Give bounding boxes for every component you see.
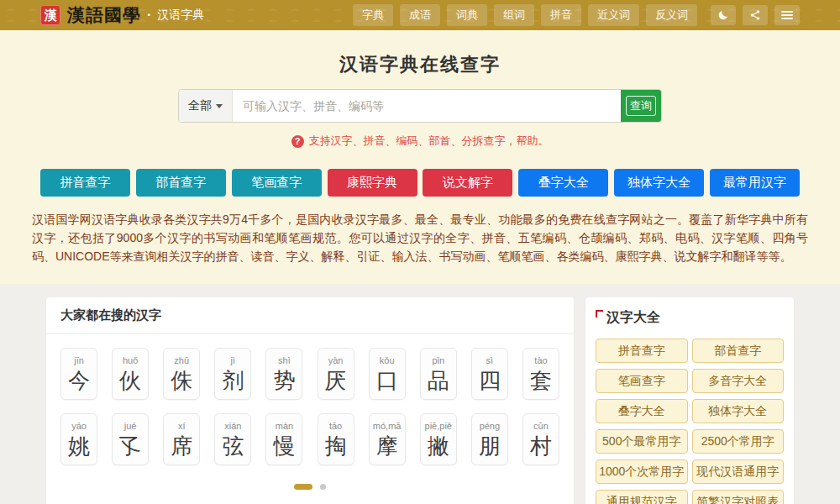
character-pinyin: jīn [74,356,84,365]
hot-character-card[interactable]: yàn 厌 [318,348,354,400]
sidebar-link-button[interactable]: 叠字大全 [596,399,688,423]
hero-section: 汉语字典在线查字 全部 查询 ? 支持汉字、拼音、编码、部首、分拆查字，帮助。 … [0,30,840,284]
sidebar-link-button[interactable]: 拼音查字 [596,339,688,363]
sidebar-link-button[interactable]: 500个最常用字 [596,429,688,454]
hot-character-card[interactable]: jì 剂 [214,348,251,400]
site-description: 汉语国学网汉语字典收录各类汉字共9万4千多个，是国内收录汉字最多、最全、最专业、… [32,211,808,265]
hot-character-card[interactable]: péng 朋 [471,413,508,465]
search-bar: 全部 查询 [178,89,662,123]
sidebar-card: 汉字大全 拼音查字 部首查字 笔画查字 多音字大全 叠字大全 独体字大全 500… [585,297,794,504]
character-pinyin: tào [534,356,547,365]
character-glyph: 伙 [119,370,141,392]
hot-character-card[interactable]: huǒ 伙 [112,348,149,400]
quick-link-button[interactable]: 最常用汉字 [710,169,800,197]
character-glyph: 孓 [119,435,141,458]
character-glyph: 口 [376,370,398,392]
character-glyph: 姚 [68,435,90,458]
logo-seal-icon[interactable]: 漢 [40,5,60,25]
character-pinyin: mó,mā [373,422,402,431]
nav-item[interactable]: 字典 [353,4,393,26]
character-glyph: 势 [273,370,295,392]
search-submit-button[interactable]: 查询 [621,90,661,122]
hot-character-card[interactable]: mó,mā 摩 [369,413,406,465]
hot-card-header: 大家都在搜的汉字 [46,297,574,334]
character-pinyin: xián [224,422,241,431]
quick-link-button[interactable]: 部首查字 [136,169,226,197]
character-glyph: 四 [479,370,501,392]
hot-character-card[interactable]: zhū 侏 [163,348,200,400]
hot-character-card[interactable]: piē,piě 撇 [420,413,457,465]
character-glyph: 剂 [222,370,244,392]
sidebar-link-button[interactable]: 现代汉语通用字 [692,459,785,484]
brand-separator: · [147,8,151,23]
sidebar-card-header: 汉字大全 [596,309,784,327]
character-pinyin: zhū [174,356,189,365]
hot-character-card[interactable]: tào 套 [522,348,559,400]
quick-link-button[interactable]: 康熙字典 [328,169,417,197]
pagination-dot[interactable] [320,484,326,490]
hot-character-card[interactable]: yáo 姚 [60,413,97,465]
character-glyph: 厌 [325,370,347,392]
hot-character-card[interactable]: xián 弦 [214,413,251,465]
quick-link-button[interactable]: 说文解字 [423,169,512,197]
nav-item[interactable]: 拼音 [541,4,581,26]
nav-item[interactable]: 近义词 [588,4,639,26]
character-pinyin: péng [480,422,500,431]
nav-item[interactable]: 组词 [494,4,534,26]
help-icon[interactable]: ? [291,135,304,148]
character-pinyin: tāo [329,422,342,431]
quick-link-button[interactable]: 独体字大全 [614,169,704,197]
hot-character-card[interactable]: jué 孓 [112,413,149,465]
character-pinyin: màn [276,422,293,431]
hot-character-card[interactable]: shì 势 [265,348,302,400]
sidebar-card-title: 汉字大全 [606,309,660,327]
search-input[interactable] [233,90,621,122]
hot-character-card[interactable]: pǐn 品 [420,348,457,400]
character-glyph: 撇 [428,435,449,458]
sidebar-link-button[interactable]: 2500个常用字 [692,429,785,454]
character-pinyin: jì [231,356,236,365]
sidebar-link-button[interactable]: 简繁汉字对照表 [692,490,785,504]
sidebar-link-button[interactable]: 通用规范汉字 [596,490,688,504]
dark-mode-toggle[interactable] [711,5,736,25]
brand-title[interactable]: 漢語國學 [67,3,141,27]
quick-link-button[interactable]: 笔画查字 [232,169,322,197]
quick-link-button[interactable]: 叠字大全 [518,169,608,197]
quick-links-row: 拼音查字 部首查字 笔画查字 康熙字典 说文解字 叠字大全 独体字大全 最常用汉… [40,169,800,197]
hot-character-card[interactable]: màn 慢 [265,413,302,465]
character-pinyin: huǒ [123,356,138,365]
brand-subtitle: 汉语字典 [157,8,204,23]
character-pinyin: xí [178,422,186,431]
hot-character-card[interactable]: kǒu 口 [369,348,406,400]
character-glyph: 今 [68,370,90,392]
sidebar-link-button[interactable]: 多音字大全 [692,369,785,393]
search-help-line: ? 支持汉字、拼音、编码、部首、分拆查字，帮助。 [0,134,840,149]
corner-bracket-icon [596,310,603,318]
share-button[interactable] [743,5,768,25]
character-glyph: 掏 [325,435,347,458]
sidebar-link-button[interactable]: 独体字大全 [692,399,785,423]
hot-character-card[interactable]: sì 四 [471,348,508,400]
main-nav: 字典 成语 词典 组词 拼音 近义词 反义词 [346,4,800,26]
nav-item[interactable]: 反义词 [646,4,697,26]
hot-character-card[interactable]: tāo 掏 [318,413,354,465]
character-pinyin: cūn [533,422,549,431]
character-glyph: 摩 [376,435,398,458]
sidebar-link-button[interactable]: 笔画查字 [596,369,688,393]
quick-link-button[interactable]: 拼音查字 [40,169,130,197]
character-glyph: 弦 [222,435,244,458]
nav-item[interactable]: 词典 [447,4,487,26]
search-help-text[interactable]: 支持汉字、拼音、编码、部首、分拆查字，帮助。 [309,134,549,149]
search-filter-dropdown[interactable]: 全部 [179,90,233,122]
sidebar-link-button[interactable]: 部首查字 [692,339,785,363]
share-icon [749,9,761,21]
sidebar-link-button[interactable]: 1000个次常用字 [596,459,688,484]
pagination-dot-active[interactable] [294,484,312,490]
character-glyph: 席 [171,435,192,458]
hot-character-card[interactable]: xí 席 [163,413,200,465]
nav-item[interactable]: 成语 [400,4,440,26]
hot-character-card[interactable]: jīn 今 [60,348,97,400]
hot-characters-card: 大家都在搜的汉字 jīn 今 huǒ 伙 zhū 侏 [46,297,574,504]
hot-character-card[interactable]: cūn 村 [522,413,559,465]
menu-button[interactable] [774,5,800,25]
